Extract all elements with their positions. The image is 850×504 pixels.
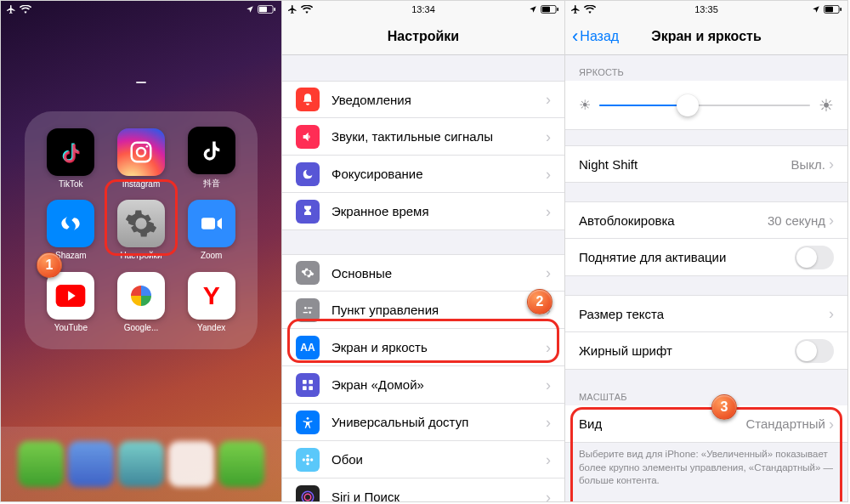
svg-point-22	[306, 462, 309, 465]
status-time: 13:34	[282, 4, 564, 14]
nav-bar: ‹ Назад Экран и яркость	[565, 18, 847, 55]
svg-rect-12	[308, 307, 312, 308]
speaker-icon	[296, 125, 320, 149]
cell-label: Обои	[332, 452, 546, 467]
toggle-bold-text[interactable]	[795, 339, 834, 363]
app-folder[interactable]: TikTok Instagram 抖音 Shazam	[25, 111, 258, 349]
cell-control-center[interactable]: Пункт управления ›	[282, 292, 564, 329]
app-label: YouTube	[54, 323, 88, 332]
chevron-right-icon: ›	[546, 340, 551, 355]
dock	[1, 427, 281, 501]
cell-sounds[interactable]: Звуки, тактильные сигналы ›	[282, 118, 564, 156]
chevron-right-icon: ›	[546, 167, 551, 182]
cell-label: Универсальный доступ	[332, 415, 546, 429]
app-yandex[interactable]: Y Yandex	[180, 270, 242, 334]
app-tiktok[interactable]: TikTok	[40, 127, 102, 190]
dock-app-icon[interactable]	[68, 441, 114, 487]
airplane-mode-icon	[6, 4, 16, 14]
cell-wallpaper[interactable]: Обои ›	[282, 441, 564, 479]
group-header-brightness: ЯРКОСТЬ	[565, 64, 847, 81]
panel-settings-root: 13:34 Настройки Уведомления › Звуки, так…	[282, 0, 564, 502]
chevron-right-icon: ›	[829, 306, 834, 321]
chevron-right-icon: ›	[546, 129, 551, 144]
cell-home-screen[interactable]: Экран «Домой» ›	[282, 366, 564, 404]
app-youtube[interactable]: YouTube	[40, 270, 102, 334]
slider-thumb[interactable]	[677, 94, 699, 116]
cell-auto-lock[interactable]: Автоблокировка 30 секунд ›	[565, 201, 847, 239]
chevron-right-icon: ›	[546, 377, 551, 393]
dock-app-icon[interactable]	[168, 441, 214, 487]
display-settings-list[interactable]: ЯРКОСТЬ ☀ ☀ Night Shift Выкл. › Автоблок…	[565, 55, 847, 501]
cell-night-shift[interactable]: Night Shift Выкл. ›	[565, 145, 847, 183]
cell-value: Выкл.	[791, 157, 825, 172]
group-footer-zoom: Выберите вид для iPhone: «Увеличенный» п…	[565, 443, 847, 488]
svg-point-19	[307, 417, 309, 420]
svg-point-5	[146, 145, 149, 148]
chevron-right-icon: ›	[829, 416, 834, 432]
app-settings[interactable]: Настройки	[110, 199, 173, 263]
cell-accessibility[interactable]: Универсальный доступ ›	[282, 404, 564, 441]
nav-title: Экран и яркость	[651, 29, 762, 44]
chevron-right-icon: ›	[546, 265, 551, 280]
cell-general[interactable]: Основные ›	[282, 254, 564, 292]
status-bar: 13:34	[282, 1, 564, 18]
cell-value: Стандартный	[745, 416, 825, 431]
cell-view[interactable]: Вид Стандартный ›	[565, 405, 847, 443]
cell-label: Экран и яркость	[332, 340, 546, 354]
svg-rect-17	[303, 386, 307, 390]
app-label: TikTok	[59, 179, 83, 189]
siri-icon	[296, 485, 320, 502]
cell-raise-to-wake[interactable]: Поднятие для активации	[565, 239, 847, 276]
slider-fill	[599, 105, 688, 106]
svg-point-24	[310, 458, 313, 461]
toggle-raise-to-wake[interactable]	[795, 246, 834, 269]
cell-focus[interactable]: Фокусирование ›	[282, 156, 564, 193]
cell-notifications[interactable]: Уведомления ›	[282, 81, 564, 118]
grid-icon	[296, 373, 320, 397]
status-time: 13:35	[565, 4, 847, 14]
nav-title: Настройки	[388, 29, 459, 44]
google-photos-icon	[117, 272, 165, 320]
status-bar: 13:35	[565, 1, 847, 18]
brightness-slider-cell: ☀ ☀	[565, 81, 847, 130]
chevron-right-icon: ›	[546, 204, 551, 219]
cell-siri[interactable]: Siri и Поиск ›	[282, 479, 564, 501]
app-douyin[interactable]: 抖音	[180, 127, 242, 190]
app-zoom[interactable]: Zoom	[180, 199, 242, 263]
cell-bold-text[interactable]: Жирный шрифт	[565, 332, 847, 370]
svg-rect-14	[303, 312, 308, 313]
nav-bar: Настройки	[282, 18, 564, 55]
page-indicator-dash	[136, 82, 146, 83]
app-label: Zoom	[201, 251, 223, 260]
bell-icon	[296, 88, 320, 111]
dock-app-icon[interactable]	[218, 441, 264, 487]
dock-app-icon[interactable]	[118, 441, 164, 487]
app-label: Настройки	[120, 251, 162, 260]
cell-text-size[interactable]: Размер текста ›	[565, 295, 847, 332]
sun-max-icon: ☀	[819, 95, 834, 116]
brightness-slider[interactable]	[599, 105, 810, 106]
app-google[interactable]: Google...	[110, 270, 173, 334]
cell-screentime[interactable]: Экранное время ›	[282, 193, 564, 230]
cell-label: Экран «Домой»	[332, 377, 546, 392]
app-label: Google...	[124, 323, 159, 332]
dock-app-icon[interactable]	[18, 441, 64, 487]
cell-label: Автоблокировка	[579, 213, 768, 228]
cell-label: Фокусирование	[332, 167, 546, 181]
zoom-icon	[188, 200, 235, 247]
settings-list[interactable]: Уведомления › Звуки, тактильные сигналы …	[282, 55, 564, 501]
back-button[interactable]: ‹ Назад	[572, 27, 619, 46]
moon-icon	[296, 162, 320, 186]
cell-label: Пункт управления	[332, 303, 546, 317]
cell-display-brightness[interactable]: AA Экран и яркость ›	[282, 329, 564, 366]
step-badge-2: 2	[527, 289, 552, 314]
svg-point-21	[306, 454, 309, 456]
cell-label: Уведомления	[332, 93, 546, 107]
app-label: 抖音	[203, 178, 220, 190]
app-instagram[interactable]: Instagram	[110, 127, 173, 190]
chevron-left-icon: ‹	[572, 27, 578, 46]
panel-home-screen: TikTok Instagram 抖音 Shazam	[0, 0, 282, 502]
chevron-right-icon: ›	[829, 212, 834, 228]
cell-label: Night Shift	[579, 157, 791, 172]
svg-rect-3	[132, 143, 151, 162]
